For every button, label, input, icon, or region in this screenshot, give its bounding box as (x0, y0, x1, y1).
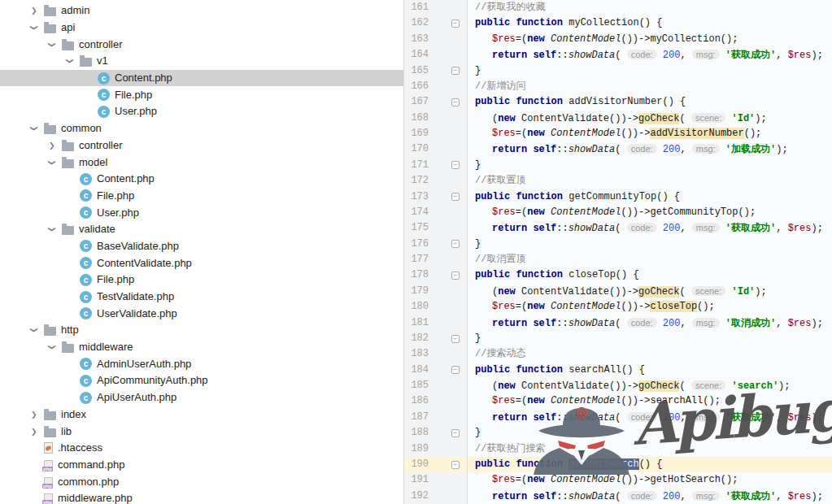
tree-item-apiuserauth-php[interactable]: cApiUserAuth.php (0, 389, 403, 406)
fold-start-icon[interactable]: − (451, 272, 460, 280)
fold-start-icon[interactable]: − (451, 20, 460, 28)
tree-item-apicommunityauth-php[interactable]: cApiCommunityAuth.php (0, 372, 403, 389)
folder-icon (44, 327, 56, 336)
tree-item-middleware-php[interactable]: phpmiddleware.php (0, 490, 403, 504)
fold-column: − (433, 237, 468, 252)
fold-end-icon[interactable]: − (451, 335, 460, 343)
code-line-183[interactable]: 183//搜索动态 (404, 346, 832, 362)
tree-item-common[interactable]: ❯common (0, 120, 403, 137)
code-line-182[interactable]: 182−} (404, 331, 832, 346)
tree-item-model[interactable]: ❯model (0, 154, 403, 171)
tree-item-controller[interactable]: ❯controller (0, 36, 403, 53)
chevron-down-icon[interactable]: ❯ (49, 225, 62, 233)
tree-item-user-php[interactable]: cUser.php (0, 103, 403, 120)
line-number: 182 (404, 331, 433, 346)
code-line-177[interactable]: 177//取消置顶 (404, 252, 832, 267)
code-token: $res (788, 50, 812, 61)
tree-item-label: AdminUserAuth.php (97, 358, 191, 370)
tree-item-index[interactable]: ❯index (0, 406, 403, 424)
chevron-right-icon[interactable]: ❯ (31, 7, 44, 15)
code-line-187[interactable]: 187return self::showData( code: 200, msg… (404, 410, 832, 425)
fold-end-icon[interactable]: − (451, 67, 460, 75)
tree-item-api[interactable]: ❯api (0, 20, 403, 37)
tree-item-testvalidate-php[interactable]: cTestValidate.php (0, 289, 403, 306)
chevron-down-icon[interactable]: ❯ (49, 41, 62, 49)
fold-column (433, 284, 468, 299)
fold-end-icon[interactable]: − (451, 240, 460, 248)
code-line-172[interactable]: 172//获取置顶 (404, 173, 832, 189)
code-token: public function (475, 269, 563, 280)
code-line-169[interactable]: 169$res=(new ContentModel())->addVisitor… (404, 126, 832, 141)
tree-item-command-php[interactable]: phpcommand.php (0, 457, 403, 474)
tree-item-content-php[interactable]: cContent.php (0, 171, 403, 188)
chevron-right-icon[interactable]: ❯ (31, 428, 44, 436)
code-line-171[interactable]: 171−} (404, 158, 832, 173)
tree-item-lib[interactable]: ❯lib (0, 423, 403, 440)
tree-item-v1[interactable]: ❯v1 (0, 53, 403, 70)
chevron-down-icon[interactable]: ❯ (31, 124, 44, 133)
tree-item-admin[interactable]: ❯admin (0, 2, 403, 20)
tree-item-basevalidate-php[interactable]: cBaseValidate.php (0, 238, 403, 255)
code-line-178[interactable]: 178−public function closeTop() { (404, 267, 832, 283)
code-token: ); (778, 380, 790, 392)
chevron-down-icon[interactable]: ❯ (49, 159, 62, 167)
tree-item-controller[interactable]: ❯controller (0, 137, 403, 154)
code-line-161[interactable]: 161//获取我的收藏 (404, 0, 832, 15)
tree-item-user-php[interactable]: cUser.php (0, 204, 403, 221)
chevron-down-icon[interactable]: ❯ (67, 57, 80, 65)
fold-start-icon[interactable]: − (451, 366, 460, 374)
code-line-186[interactable]: 186$res=(new ContentModel())->searchAll(… (404, 393, 832, 409)
tree-item-http[interactable]: ❯http (0, 322, 403, 339)
code-line-163[interactable]: 163$res=(new ContentModel())->myCollecti… (404, 32, 832, 47)
code-line-176[interactable]: 176−} (404, 237, 832, 252)
line-number: 185 (404, 378, 433, 393)
fold-end-icon[interactable]: − (451, 429, 460, 437)
code-line-162[interactable]: 162−public function myCollection() { (404, 15, 832, 31)
php-badge: php (42, 484, 53, 489)
tree-item-file-php[interactable]: cFile.php (0, 272, 403, 289)
code-line-185[interactable]: 185(new ContentValidate())->goCheck( sce… (404, 378, 832, 393)
code-line-190[interactable]: 190−public function getHotSearch() { (404, 457, 832, 472)
fold-start-icon[interactable]: − (451, 98, 460, 106)
chevron-right-icon[interactable]: ❯ (49, 141, 62, 150)
tree-item-label: User.php (97, 206, 139, 219)
code-line-166[interactable]: 166//新增访问 (404, 79, 832, 94)
chevron-down-icon[interactable]: ❯ (49, 343, 62, 351)
code-line-173[interactable]: 173−public function getCommunityTop() { (404, 189, 832, 205)
tree-item-validate[interactable]: ❯validate (0, 221, 403, 238)
fold-start-icon[interactable]: − (451, 461, 460, 469)
chevron-right-icon[interactable]: ❯ (31, 411, 44, 419)
tree-item-file-php[interactable]: cFile.php (0, 86, 403, 103)
tree-item-file-php[interactable]: cFile.php (0, 188, 403, 205)
code-line-174[interactable]: 174$res=(new ContentModel())->getCommuni… (404, 205, 832, 220)
chevron-down-icon[interactable]: ❯ (31, 326, 44, 334)
tree-item-label: BaseValidate.php (97, 240, 179, 252)
code-line-189[interactable]: 189//获取热门搜索 (404, 441, 832, 457)
code-line-167[interactable]: 167−public function addVisitorNumber() { (404, 94, 832, 110)
fold-end-icon[interactable]: − (451, 161, 460, 169)
tree-item-content-php[interactable]: cContent.php (0, 70, 403, 87)
tree-item-middleware[interactable]: ❯middleware (0, 339, 403, 356)
code-line-181[interactable]: 181return self::showData( code: 200, msg… (404, 315, 832, 331)
code-line-192[interactable]: 192return self::showData( code: 200, msg… (404, 489, 832, 504)
code-line-168[interactable]: 168(new ContentValidate())->goCheck( sce… (404, 111, 832, 126)
code-line-179[interactable]: 179(new ContentValidate())->goCheck( sce… (404, 284, 832, 299)
code-token: 200 (663, 318, 681, 329)
tree-item--htaccess[interactable]: .htaccess (0, 440, 403, 457)
tree-item-uservalidate-php[interactable]: cUserValidate.php (0, 305, 403, 322)
code-line-170[interactable]: 170return self::showData( code: 200, msg… (404, 141, 832, 157)
tree-item-common-php[interactable]: phpcommon.php (0, 473, 403, 490)
tree-item-adminuserauth-php[interactable]: cAdminUserAuth.php (0, 355, 403, 372)
code-token: myCollection() { (563, 17, 662, 28)
code-line-165[interactable]: 165−} (404, 63, 832, 79)
tree-item-contentvalidate-php[interactable]: cContentValidate.php (0, 254, 403, 272)
chevron-down-icon[interactable]: ❯ (31, 24, 44, 32)
code-line-184[interactable]: 184−public function searchAll() { (404, 363, 832, 378)
code-line-188[interactable]: 188−} (404, 425, 832, 441)
code-token: return self (492, 223, 556, 234)
code-line-175[interactable]: 175return self::showData( code: 200, msg… (404, 220, 832, 236)
code-line-164[interactable]: 164return self::showData( code: 200, msg… (404, 47, 832, 63)
fold-start-icon[interactable]: − (451, 193, 460, 201)
code-line-191[interactable]: 191$res=(new ContentModel())->getHotSear… (404, 472, 832, 488)
code-line-180[interactable]: 180$res=(new ContentModel())->closeTop()… (404, 299, 832, 315)
